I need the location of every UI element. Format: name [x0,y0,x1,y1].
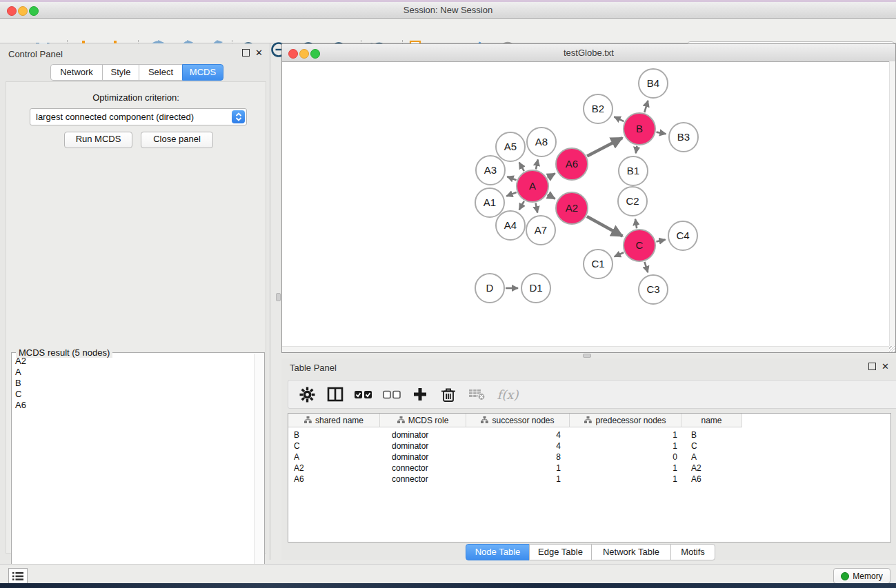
graph-edge-A-A8[interactable] [536,159,538,169]
table-cell[interactable]: 1 [570,463,681,474]
graph-edge-A-A6[interactable] [548,174,555,178]
graph-edge-A-A1[interactable] [506,192,516,196]
close-traffic-light[interactable] [7,6,17,16]
vertical-splitter-handle[interactable] [276,293,281,301]
deselect-all-icon[interactable] [383,390,401,399]
graph-node-C[interactable]: C [624,230,655,261]
window-resize-grip[interactable] [889,346,895,352]
table-cell[interactable]: connector [380,463,466,474]
add-row-icon[interactable] [411,387,429,402]
table-cell[interactable]: dominator [380,429,466,440]
table-cell[interactable]: 1 [466,463,570,474]
table-cell[interactable]: A6 [681,474,742,485]
table-row-C[interactable]: Cdominator41C [288,440,890,452]
delete-row-icon[interactable] [439,386,457,403]
column-header-predecessor-nodes[interactable]: predecessor nodes [570,414,681,427]
graph-edge-A6-B[interactable] [587,138,622,156]
table-cell[interactable]: C [681,440,742,452]
tab-edge-table[interactable]: Edge Table [529,544,592,560]
graph-edge-C-C4[interactable] [656,240,665,242]
graph-node-A1[interactable]: A1 [475,188,504,217]
graph-node-A6[interactable]: A6 [556,148,588,180]
graph-edge-A-A7[interactable] [536,203,538,213]
table-cell[interactable]: A6 [288,474,380,485]
float-panel-icon[interactable] [242,49,250,57]
graph-node-A8[interactable]: A8 [527,128,556,156]
task-history-button[interactable] [8,568,28,584]
graph-edge-A-A5[interactable] [519,163,524,172]
table-cell[interactable]: 0 [570,452,681,463]
select-all-icon[interactable] [355,390,372,399]
column-header-name[interactable]: name [681,414,742,427]
graph-node-A7[interactable]: A7 [526,216,555,245]
table-cell[interactable]: A [681,452,742,463]
column-header-shared-name[interactable]: shared name [288,414,380,427]
close-panel-button[interactable]: Close panel [141,132,213,148]
graph-edge-C-C3[interactable] [644,262,648,272]
column-header-successor-nodes[interactable]: successor nodes [466,414,570,427]
tab-network[interactable]: Network [50,64,103,81]
column-header-MCDS-role[interactable]: MCDS role [380,414,466,427]
table-cell[interactable]: A2 [288,463,380,474]
graph-node-A3[interactable]: A3 [476,156,505,185]
graph-node-C3[interactable]: C3 [639,275,668,304]
table-cell[interactable]: 4 [466,429,570,440]
minimize-traffic-light[interactable] [299,49,309,59]
table-cell[interactable]: A2 [681,463,742,474]
float-panel-icon[interactable] [868,363,876,370]
result-item-B[interactable]: B [12,378,255,389]
graph-node-B3[interactable]: B3 [669,123,698,152]
graph-edge-A-A2[interactable] [548,194,555,199]
graph-edge-C-C1[interactable] [615,252,624,256]
result-item-A2[interactable]: A2 [12,356,255,367]
table-cell[interactable]: 1 [570,440,681,452]
memory-button[interactable]: Memory [833,568,890,584]
table-cell[interactable]: connector [380,474,466,485]
column-layout-icon[interactable] [326,387,344,402]
close-panel-icon[interactable]: ✕ [882,363,889,370]
graph-edge-C-C2[interactable] [635,219,637,229]
graph-edge-A2-C[interactable] [587,216,623,236]
table-cell[interactable]: dominator [380,452,466,463]
graph-node-C1[interactable]: C1 [584,250,613,278]
table-row-A[interactable]: Adominator80A [288,452,890,463]
tab-node-table[interactable]: Node Table [466,544,530,560]
zoom-traffic-light[interactable] [310,49,320,59]
table-row-A2[interactable]: A2connector11A2 [288,463,890,474]
table-cell[interactable]: 1 [570,474,681,485]
table-cell[interactable]: 4 [466,440,570,452]
table-cell[interactable]: 1 [466,474,570,485]
network-horizontal-scrollbar[interactable] [282,346,890,352]
criterion-dropdown[interactable]: largest connected component (directed) [30,108,247,125]
table-cell[interactable]: dominator [380,440,466,452]
graph-node-C2[interactable]: C2 [618,187,647,216]
result-scrollbar[interactable] [254,354,263,588]
graph-node-A5[interactable]: A5 [496,132,525,161]
graph-node-C4[interactable]: C4 [668,221,697,250]
graph-edge-B-B1[interactable] [636,146,637,154]
horizontal-splitter-handle[interactable] [583,354,591,358]
table-cell[interactable]: C [288,440,380,452]
graph-node-B[interactable]: B [624,113,655,145]
settings-gear-icon[interactable] [298,387,316,403]
graph-edge-B-B2[interactable] [614,116,624,121]
graph-node-B2[interactable]: B2 [584,94,613,123]
tab-select[interactable]: Select [139,64,183,81]
close-panel-icon[interactable]: ✕ [255,49,263,57]
table-cell[interactable]: A [288,452,380,463]
table-cell[interactable]: B [288,429,380,440]
zoom-traffic-light[interactable] [29,6,39,16]
table-cell[interactable]: 1 [570,429,681,440]
table-cell[interactable]: 8 [466,452,570,463]
network-vertical-scrollbar[interactable] [889,61,895,347]
result-item-A6[interactable]: A6 [12,400,255,411]
graph-edge-A-A3[interactable] [507,176,516,180]
table-row-A6[interactable]: A6connector11A6 [288,474,890,485]
graph-node-D1[interactable]: D1 [521,274,550,303]
result-item-C[interactable]: C [12,389,255,400]
graph-edge-B-B3[interactable] [657,132,666,134]
table-row-B[interactable]: Bdominator41B [288,429,890,440]
network-graph[interactable]: B4B2BB3A5A8A6A3B1AA1C2A2A4A7C4CC1C3DD1 [282,61,890,347]
minimize-traffic-light[interactable] [18,6,28,16]
run-mcds-button[interactable]: Run MCDS [64,132,132,148]
